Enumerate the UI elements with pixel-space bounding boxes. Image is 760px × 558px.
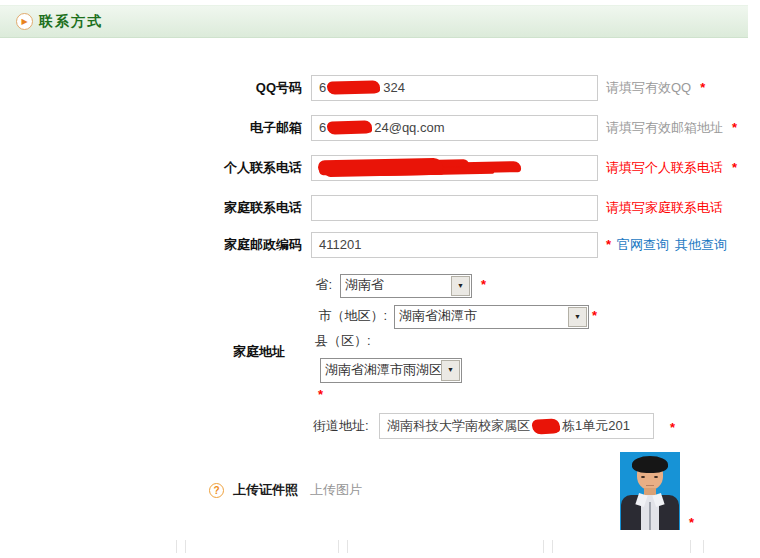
province-label: 省: — [230, 274, 332, 296]
photo-eye — [654, 476, 658, 478]
next-section-box-edge — [543, 540, 553, 553]
photo-shirt-gap — [649, 502, 651, 530]
personal-phone-row: 个人联系电话 请填写个人联系电话* — [0, 155, 760, 181]
email-value-prefix: 6 — [319, 120, 326, 135]
email-value-suffix: 24@qq.com — [374, 120, 444, 135]
street-value-prefix: 湖南科技大学南校家属区 — [387, 418, 530, 433]
chevron-down-icon[interactable]: ▼ — [568, 307, 587, 327]
qq-value-suffix: 324 — [383, 80, 405, 95]
other-lookup-link[interactable]: 其他查询 — [675, 237, 727, 252]
personal-phone-hint: 请填写个人联系电话* — [606, 155, 737, 181]
next-section-box-edge — [338, 540, 348, 553]
next-section-box-edge — [690, 540, 704, 553]
home-phone-label: 家庭联系电话 — [0, 195, 302, 221]
section-header: ▶ 联系方式 — [0, 5, 748, 38]
street-input[interactable]: 湖南科技大学南校家属区栋1单元201 — [379, 413, 654, 439]
email-input[interactable]: 624@qq.com — [311, 115, 598, 141]
email-label: 电子邮箱 — [0, 115, 302, 141]
photo-mouth — [646, 485, 654, 486]
postal-code-side: *官网查询其他查询 — [606, 232, 727, 258]
street-label: 街道地址: — [313, 413, 369, 439]
home-phone-input[interactable] — [311, 195, 598, 221]
home-phone-hint-text: 请填写家庭联系电话 — [606, 200, 723, 215]
email-hint: 请填写有效邮箱地址* — [606, 115, 737, 141]
postal-code-row: 家庭邮政编码 411201 *官网查询其他查询 — [0, 232, 760, 258]
qq-label: QQ号码 — [0, 75, 302, 101]
postal-code-label: 家庭邮政编码 — [0, 232, 302, 258]
qq-hint-text: 请填写有效QQ — [606, 80, 691, 95]
redaction-scribble — [327, 120, 372, 134]
email-required-mark: * — [732, 120, 737, 135]
email-row: 电子邮箱 624@qq.com 请填写有效邮箱地址* — [0, 115, 760, 141]
county-value: 湖南省湘潭市雨湖区 — [321, 359, 461, 380]
chevron-down-icon[interactable]: ▼ — [441, 360, 460, 381]
section-arrow-icon: ▶ — [16, 13, 33, 30]
qq-input[interactable]: 6324 — [311, 75, 598, 101]
qq-required-mark: * — [700, 80, 705, 95]
redaction-scribble — [327, 80, 380, 94]
upload-image-link[interactable]: 上传图片 — [310, 483, 362, 497]
home-phone-row: 家庭联系电话 请填写家庭联系电话 — [0, 195, 760, 221]
city-select[interactable]: 湖南省湘潭市 ▼ — [394, 305, 589, 329]
help-icon[interactable]: ? — [209, 483, 224, 498]
city-value: 湖南省湘潭市 — [395, 306, 588, 326]
home-address-label: 家庭地址 — [180, 344, 285, 360]
street-required-mark: * — [670, 415, 675, 441]
home-phone-hint: 请填写家庭联系电话 — [606, 195, 723, 221]
city-label: 市（地区）: — [230, 305, 387, 327]
city-required-mark: * — [592, 305, 597, 327]
email-hint-text: 请填写有效邮箱地址 — [606, 120, 723, 135]
province-required-mark: * — [481, 274, 486, 296]
id-photo[interactable] — [620, 452, 680, 530]
postal-code-value: 411201 — [319, 237, 361, 252]
county-select[interactable]: 湖南省湘潭市雨湖区 ▼ — [320, 358, 462, 383]
personal-phone-hint-text: 请填写个人联系电话 — [606, 160, 723, 175]
county-label: 县（区）: — [315, 333, 371, 349]
redaction-scribble — [318, 158, 443, 176]
county-required-mark: * — [318, 384, 323, 406]
street-value-suffix: 栋1单元201 — [562, 418, 630, 433]
postal-code-input[interactable]: 411201 — [311, 232, 598, 258]
official-lookup-link[interactable]: 官网查询 — [617, 237, 669, 252]
next-section-box-edge — [176, 540, 186, 553]
qq-value-prefix: 6 — [319, 80, 326, 95]
redaction-scribble — [532, 418, 561, 434]
province-select[interactable]: 湖南省 ▼ — [340, 274, 472, 298]
personal-phone-label: 个人联系电话 — [0, 155, 302, 181]
personal-phone-input[interactable] — [311, 155, 598, 181]
photo-required-mark: * — [689, 516, 694, 530]
qq-hint: 请填写有效QQ* — [606, 75, 705, 101]
personal-phone-required-mark: * — [732, 160, 737, 175]
qq-row: QQ号码 6324 请填写有效QQ* — [0, 75, 760, 101]
postal-code-required-mark: * — [606, 237, 611, 252]
photo-hair — [632, 456, 668, 473]
section-title: 联系方式 — [39, 13, 103, 30]
upload-photo-label: 上传证件照 — [233, 483, 298, 497]
chevron-down-icon[interactable]: ▼ — [451, 276, 470, 296]
contact-info-page: ▶ 联系方式 QQ号码 6324 请填写有效QQ* 电子邮箱 624@qq.co… — [0, 0, 760, 558]
photo-eye — [641, 476, 645, 478]
